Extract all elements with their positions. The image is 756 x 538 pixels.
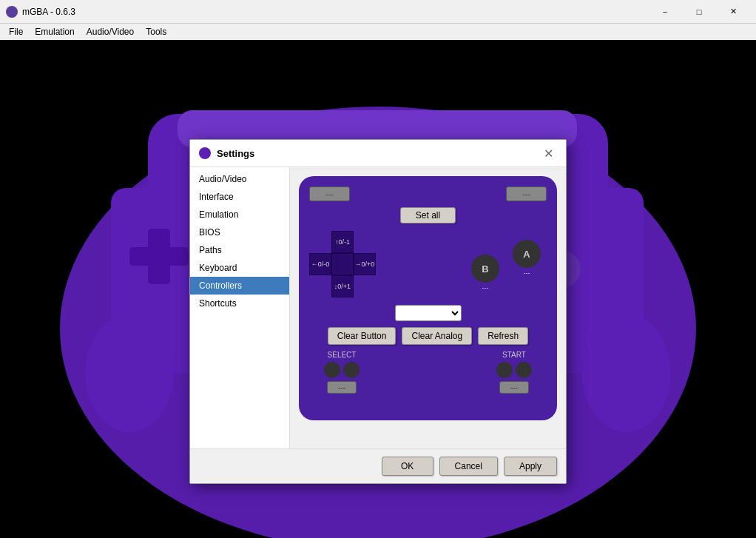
dpad-up-label: ↑0/-1 bbox=[335, 238, 350, 246]
dialog-icon bbox=[199, 147, 211, 159]
action-buttons: B A --- --- bbox=[465, 231, 547, 297]
title-bar-buttons: − □ ✕ bbox=[648, 0, 750, 24]
dialog-overlay: Settings ✕ Audio/Video Interface Emulati… bbox=[0, 80, 756, 538]
select-circle-left bbox=[324, 362, 340, 378]
clear-button-button[interactable]: Clear Button bbox=[328, 327, 396, 345]
app-title: mGBA - 0.6.3 bbox=[22, 7, 648, 17]
cancel-button[interactable]: Cancel bbox=[439, 457, 498, 476]
dropdown-row bbox=[309, 305, 547, 321]
start-circle-right bbox=[516, 362, 532, 378]
menu-file[interactable]: File bbox=[3, 25, 29, 38]
dialog-body: Audio/Video Interface Emulation BIOS Pat… bbox=[190, 167, 566, 448]
dpad-down-label: ↓0/+1 bbox=[334, 283, 351, 290]
dpad-up[interactable]: ↑0/-1 bbox=[331, 231, 354, 253]
b-button-label: --- bbox=[471, 284, 499, 292]
action-buttons-row: Clear Button Clear Analog Refresh bbox=[309, 327, 547, 345]
sidebar-item-shortcuts[interactable]: Shortcuts bbox=[190, 295, 289, 312]
a-button-label: --- bbox=[513, 269, 541, 277]
dpad-left[interactable]: ←0/-0 bbox=[309, 253, 331, 275]
menu-emulation[interactable]: Emulation bbox=[29, 25, 80, 38]
start-button[interactable]: --- bbox=[499, 381, 529, 394]
gba-background: Settings ✕ Audio/Video Interface Emulati… bbox=[0, 40, 756, 538]
ok-button[interactable]: OK bbox=[382, 457, 433, 476]
select-label: SELECT bbox=[328, 351, 357, 359]
select-circle-right bbox=[343, 362, 360, 378]
dpad-right-label: →0/+0 bbox=[355, 260, 375, 268]
close-button[interactable]: ✕ bbox=[716, 0, 750, 24]
start-circle-left bbox=[496, 362, 513, 378]
left-shoulder-button[interactable]: --- bbox=[309, 186, 350, 201]
menu-audiovideo[interactable]: Audio/Video bbox=[81, 25, 141, 38]
a-button[interactable]: A bbox=[513, 240, 541, 268]
dialog-close-button[interactable]: ✕ bbox=[539, 146, 557, 161]
dialog-title-bar: Settings ✕ bbox=[190, 140, 566, 167]
select-group: SELECT --- bbox=[324, 351, 360, 394]
sidebar-item-keyboard[interactable]: Keyboard bbox=[190, 259, 289, 277]
gba-controller-graphic: --- --- Set all bbox=[299, 176, 557, 420]
minimize-button[interactable]: − bbox=[648, 0, 682, 24]
shoulder-buttons-row: --- --- bbox=[309, 186, 547, 201]
select-circles bbox=[324, 362, 360, 378]
dpad: ↑0/-1 ↓0/+1 ←0/-0 →0/+0 bbox=[309, 231, 376, 297]
dpad-down[interactable]: ↓0/+1 bbox=[331, 275, 354, 297]
start-label: START bbox=[502, 351, 526, 359]
sidebar-item-controllers[interactable]: Controllers bbox=[190, 277, 289, 295]
dialog-footer: OK Cancel Apply bbox=[190, 448, 566, 483]
sidebar-item-paths[interactable]: Paths bbox=[190, 241, 289, 259]
right-shoulder-button[interactable]: --- bbox=[506, 186, 547, 201]
b-button[interactable]: B bbox=[471, 255, 499, 283]
dpad-right[interactable]: →0/+0 bbox=[354, 253, 376, 275]
settings-dialog: Settings ✕ Audio/Video Interface Emulati… bbox=[189, 139, 567, 484]
dpad-left-label: ←0/-0 bbox=[311, 260, 330, 268]
apply-button[interactable]: Apply bbox=[504, 457, 557, 476]
clear-analog-button[interactable]: Clear Analog bbox=[402, 327, 472, 345]
start-circles bbox=[496, 362, 532, 378]
sidebar-item-audiovideo[interactable]: Audio/Video bbox=[190, 170, 289, 188]
middle-section: ↑0/-1 ↓0/+1 ←0/-0 →0/+0 bbox=[309, 231, 547, 297]
select-start-section: SELECT --- START bbox=[309, 351, 547, 394]
sidebar-item-bios[interactable]: BIOS bbox=[190, 223, 289, 241]
set-all-button[interactable]: Set all bbox=[400, 207, 456, 223]
app-icon bbox=[6, 6, 18, 18]
controller-panel: --- --- Set all bbox=[290, 167, 566, 448]
dpad-center bbox=[331, 253, 354, 275]
sidebar: Audio/Video Interface Emulation BIOS Pat… bbox=[190, 167, 290, 448]
select-button[interactable]: --- bbox=[327, 381, 357, 394]
refresh-button[interactable]: Refresh bbox=[478, 327, 528, 345]
sidebar-item-interface[interactable]: Interface bbox=[190, 188, 289, 206]
title-bar: mGBA - 0.6.3 − □ ✕ bbox=[0, 0, 756, 24]
start-group: START --- bbox=[496, 351, 532, 394]
sidebar-item-emulation[interactable]: Emulation bbox=[190, 206, 289, 223]
menu-bar: File Emulation Audio/Video Tools bbox=[0, 24, 756, 40]
menu-tools[interactable]: Tools bbox=[140, 25, 172, 38]
set-all-row: Set all bbox=[309, 207, 547, 223]
dialog-title: Settings bbox=[217, 148, 539, 159]
maximize-button[interactable]: □ bbox=[682, 0, 716, 24]
controller-dropdown[interactable] bbox=[395, 305, 462, 321]
